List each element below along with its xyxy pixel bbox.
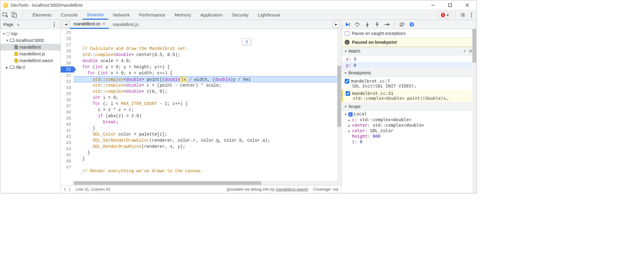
tree-file-mandelbrot[interactable]: mandelbrot — [0, 44, 60, 50]
pretty-print-icon[interactable]: { } — [64, 187, 71, 192]
svg-point-7 — [462, 14, 464, 16]
navigator-pane: Page » ▼ top ▼ localhost:50 — [0, 20, 61, 193]
step-button[interactable] — [384, 21, 390, 28]
breakpoint-entry[interactable]: mandelbrot.cc:31 std::complex<double> po… — [342, 90, 476, 102]
resume-button[interactable] — [345, 21, 351, 28]
cloud-icon — [9, 38, 15, 43]
debug-wasm-link[interactable]: mandelbrot.wasm — [275, 187, 307, 192]
pause-exceptions-button[interactable] — [409, 21, 415, 28]
local-badge-icon: L — [348, 112, 353, 117]
watch-add-button[interactable]: ＋ — [462, 48, 468, 54]
tab-lighthouse[interactable]: Lighthouse — [253, 10, 284, 20]
editor-tab-mandelbrot-js[interactable]: mandelbrot.js — [109, 20, 142, 29]
tab-console[interactable]: Console — [57, 10, 82, 20]
devtools-window: DevTools - localhost:5000/mandelbrot — [0, 0, 477, 193]
tree-file-scheme[interactable]: ▶ file:// — [0, 64, 60, 71]
tree-file-mandelbrot-wasm[interactable]: mandelbrot.wasm — [0, 57, 60, 64]
watch-entry[interactable]: y: 0 — [342, 62, 476, 68]
scope-var[interactable]: height: 600 — [342, 133, 476, 139]
svg-point-23 — [410, 22, 414, 27]
step-out-button[interactable] — [374, 21, 380, 28]
app-logo-icon — [3, 2, 8, 8]
editor-nav-forward-icon[interactable]: ▶ — [333, 21, 339, 28]
breakpoint-entry[interactable]: mandelbrot.cc:7 SDL_Init(SDL_INIT_VIDEO)… — [342, 77, 476, 90]
tab-application[interactable]: Application — [196, 10, 227, 20]
error-count-badge[interactable]: ✕ 4 — [439, 12, 451, 18]
svg-line-22 — [400, 23, 404, 26]
error-count: 4 — [446, 13, 449, 17]
svg-rect-6 — [14, 14, 17, 17]
svg-rect-25 — [412, 23, 413, 26]
scope-var[interactable]: ▶color: SDL_Color — [342, 128, 476, 133]
cursor-position: Line 31, Column 42 — [76, 187, 110, 192]
svg-point-13 — [54, 26, 55, 27]
watch-section-header[interactable]: ▼Watch ＋ ⟳ — [342, 47, 476, 55]
tab-security[interactable]: Security — [228, 10, 253, 20]
error-icon: ✕ — [441, 13, 445, 17]
window-close-button[interactable] — [462, 2, 473, 9]
more-menu-icon[interactable] — [468, 12, 475, 18]
editor-pane: ◀ mandelbrot.cc ✕ mandelbrot.js ▶ 252627… — [61, 20, 342, 193]
tab-memory[interactable]: Memory — [170, 10, 195, 20]
pause-caught-exceptions-checkbox[interactable] — [345, 31, 349, 36]
svg-point-15 — [357, 25, 358, 27]
window-titlebar: DevTools - localhost:5000/mandelbrot — [0, 0, 476, 10]
tree-top[interactable]: ▼ top — [0, 30, 60, 37]
tab-performance[interactable]: Performance — [135, 10, 170, 20]
step-into-button[interactable] — [364, 21, 370, 28]
tab-network[interactable]: Network — [109, 10, 134, 20]
scope-section-header[interactable]: ▼Scope — [342, 103, 476, 110]
tree-file-mandelbrot-js[interactable]: mandelbrot.js — [0, 50, 60, 57]
cloud-icon — [9, 65, 15, 70]
settings-gear-icon[interactable] — [460, 12, 466, 18]
navigator-menu-icon[interactable] — [51, 21, 57, 28]
panel-tabs: Elements Console Sources Network Perform… — [28, 10, 439, 20]
close-tab-icon[interactable]: ✕ — [102, 22, 105, 26]
navigator-tab-page[interactable]: Page — [3, 22, 13, 27]
window-maximize-button[interactable] — [445, 2, 456, 9]
scope-var[interactable]: ▶center: std::complex<double> — [342, 122, 476, 128]
scope-var[interactable]: i: 0 — [342, 139, 476, 144]
step-over-button[interactable] — [354, 21, 361, 28]
inspect-element-icon[interactable] — [2, 12, 8, 18]
window-minimize-button[interactable] — [427, 2, 438, 9]
scope-var[interactable]: ▶c: std::complex<double> — [342, 117, 476, 122]
paused-banner: i Paused on breakpoint — [342, 38, 476, 47]
gutter[interactable]: 2526272829303132333435363738394041424344… — [61, 29, 74, 181]
window-icon — [6, 32, 10, 35]
status-bar: { } Line 31, Column 42 (provided via deb… — [61, 185, 341, 193]
editor-nav-back-icon[interactable]: ◀ — [63, 21, 69, 28]
svg-point-17 — [367, 26, 368, 27]
code-area[interactable]: // Calculate and draw the Mandelbrot set… — [74, 29, 341, 181]
breakpoint-checkbox[interactable] — [345, 79, 349, 84]
svg-point-12 — [54, 24, 55, 25]
breakpoints-section-header[interactable]: ▼Breakpoints — [342, 69, 476, 77]
horizontal-scrollbar[interactable] — [74, 181, 341, 185]
device-toggle-icon[interactable] — [11, 12, 17, 18]
file-tree: ▼ top ▼ localhost:5000 mandelbrot — [0, 29, 60, 72]
breakpoint-checkbox[interactable] — [346, 91, 350, 96]
debug-info-source: (provided via debug info by mandelbrot.w… — [227, 187, 309, 192]
tree-host[interactable]: ▼ localhost:5000 — [0, 37, 60, 44]
svg-point-21 — [388, 24, 390, 25]
code-editor[interactable]: 2526272829303132333435363738394041424344… — [61, 29, 341, 181]
navigator-more-tabs-icon[interactable]: » — [17, 22, 20, 27]
svg-rect-24 — [411, 23, 411, 26]
file-icon — [14, 45, 18, 49]
debugger-pane: Pause on caught exceptions i Paused on b… — [342, 20, 476, 193]
tab-sources[interactable]: Sources — [83, 10, 108, 20]
svg-point-9 — [471, 14, 472, 16]
svg-point-8 — [471, 13, 472, 14]
file-icon — [14, 58, 18, 63]
debugger-vertical-scrollbar[interactable] — [472, 29, 476, 193]
debugger-toolbar — [342, 20, 476, 29]
vertical-scrollbar[interactable] — [337, 29, 341, 181]
watch-entry[interactable]: x: 3 — [342, 56, 476, 62]
scope-local[interactable]: ▼LLocal — [342, 111, 476, 117]
svg-point-10 — [471, 16, 472, 17]
deactivate-breakpoints-button[interactable] — [399, 21, 405, 28]
tab-elements[interactable]: Elements — [28, 10, 56, 20]
editor-tab-mandelbrot-cc[interactable]: mandelbrot.cc ✕ — [70, 20, 109, 29]
pause-caught-exceptions-label: Pause on caught exceptions — [352, 31, 406, 36]
window-title: DevTools - localhost:5000/mandelbrot — [11, 3, 427, 8]
